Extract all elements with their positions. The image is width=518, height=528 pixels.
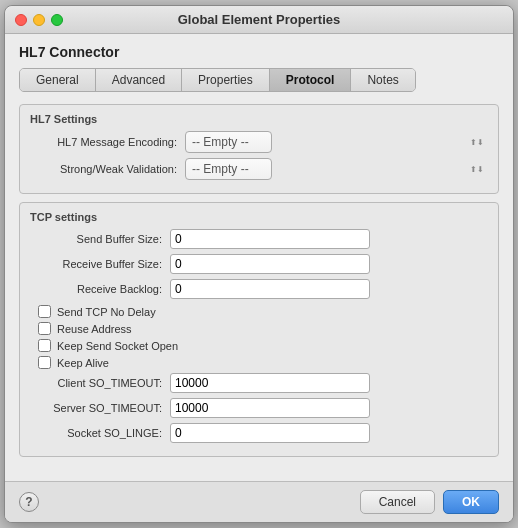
message-encoding-select[interactable]: -- Empty -- [185, 131, 272, 153]
receive-backlog-input[interactable] [170, 279, 370, 299]
send-buffer-row: Send Buffer Size: [30, 229, 488, 249]
keep-alive-row: Keep Alive [30, 356, 488, 369]
server-timeout-row: Server SO_TIMEOUT: [30, 398, 488, 418]
tab-bar: General Advanced Properties Protocol Not… [19, 68, 416, 92]
action-buttons: Cancel OK [360, 490, 499, 514]
strong-weak-select-wrapper: -- Empty -- [185, 158, 488, 180]
keep-send-socket-row: Keep Send Socket Open [30, 339, 488, 352]
bottom-bar: ? Cancel OK [5, 481, 513, 522]
client-timeout-label: Client SO_TIMEOUT: [30, 377, 170, 389]
keep-alive-checkbox[interactable] [38, 356, 51, 369]
help-button[interactable]: ? [19, 492, 39, 512]
minimize-button[interactable] [33, 14, 45, 26]
client-timeout-row: Client SO_TIMEOUT: [30, 373, 488, 393]
tcp-settings-section: TCP settings Send Buffer Size: Receive B… [19, 202, 499, 457]
hl7-settings-title: HL7 Settings [30, 113, 488, 125]
keep-alive-label: Keep Alive [57, 357, 109, 369]
ok-button[interactable]: OK [443, 490, 499, 514]
socket-linge-row: Socket SO_LINGE: [30, 423, 488, 443]
tab-properties[interactable]: Properties [182, 69, 270, 91]
window-title: Global Element Properties [178, 12, 341, 27]
cancel-button[interactable]: Cancel [360, 490, 435, 514]
receive-buffer-label: Receive Buffer Size: [30, 258, 170, 270]
socket-linge-input[interactable] [170, 423, 370, 443]
keep-send-socket-checkbox[interactable] [38, 339, 51, 352]
server-timeout-input[interactable] [170, 398, 370, 418]
tab-notes[interactable]: Notes [351, 69, 414, 91]
tcp-no-delay-label: Send TCP No Delay [57, 306, 156, 318]
tab-protocol[interactable]: Protocol [270, 69, 352, 91]
receive-backlog-label: Receive Backlog: [30, 283, 170, 295]
send-buffer-label: Send Buffer Size: [30, 233, 170, 245]
tcp-no-delay-row: Send TCP No Delay [30, 305, 488, 318]
strong-weak-row: Strong/Weak Validation: -- Empty -- [30, 158, 488, 180]
message-encoding-label: HL7 Message Encoding: [30, 136, 185, 148]
reuse-address-checkbox[interactable] [38, 322, 51, 335]
reuse-address-row: Reuse Address [30, 322, 488, 335]
client-timeout-input[interactable] [170, 373, 370, 393]
message-encoding-row: HL7 Message Encoding: -- Empty -- [30, 131, 488, 153]
maximize-button[interactable] [51, 14, 63, 26]
keep-send-socket-label: Keep Send Socket Open [57, 340, 178, 352]
strong-weak-select[interactable]: -- Empty -- [185, 158, 272, 180]
close-button[interactable] [15, 14, 27, 26]
tab-advanced[interactable]: Advanced [96, 69, 182, 91]
window-controls [15, 14, 63, 26]
content-area: HL7 Connector General Advanced Propertie… [5, 34, 513, 481]
socket-linge-label: Socket SO_LINGE: [30, 427, 170, 439]
message-encoding-select-wrapper: -- Empty -- [185, 131, 488, 153]
component-label: HL7 Connector [19, 44, 499, 60]
strong-weak-label: Strong/Weak Validation: [30, 163, 185, 175]
receive-buffer-input[interactable] [170, 254, 370, 274]
tab-general[interactable]: General [20, 69, 96, 91]
reuse-address-label: Reuse Address [57, 323, 132, 335]
server-timeout-label: Server SO_TIMEOUT: [30, 402, 170, 414]
tcp-settings-title: TCP settings [30, 211, 488, 223]
main-window: Global Element Properties HL7 Connector … [4, 5, 514, 523]
hl7-settings-section: HL7 Settings HL7 Message Encoding: -- Em… [19, 104, 499, 194]
send-buffer-input[interactable] [170, 229, 370, 249]
receive-buffer-row: Receive Buffer Size: [30, 254, 488, 274]
receive-backlog-row: Receive Backlog: [30, 279, 488, 299]
title-bar: Global Element Properties [5, 6, 513, 34]
tcp-no-delay-checkbox[interactable] [38, 305, 51, 318]
